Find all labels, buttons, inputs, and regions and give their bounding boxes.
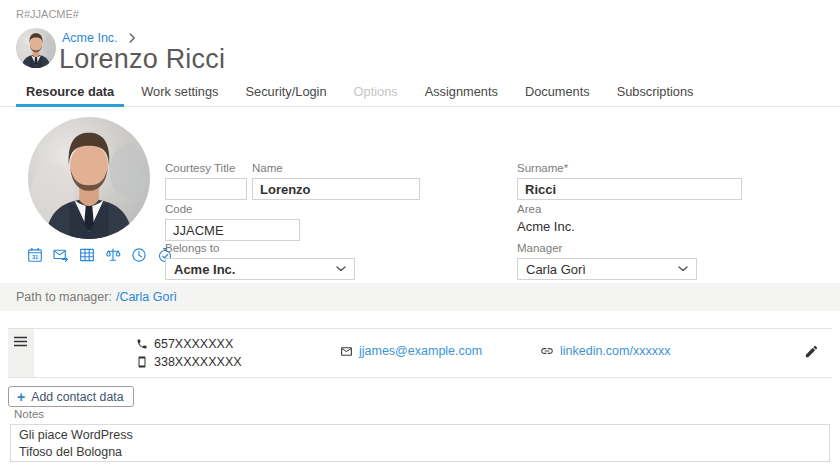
path-to-manager-label: Path to manager: <box>16 290 112 304</box>
hamburger-icon <box>14 336 27 347</box>
courtesy-title-field: Courtesy Title <box>165 162 247 200</box>
pencil-icon <box>804 344 819 359</box>
scales-icon[interactable] <box>105 247 121 263</box>
page-title: Lorenzo Ricci <box>59 44 225 75</box>
belongs-to-select[interactable]: Acme Inc. <box>165 258 355 280</box>
path-to-manager-bar: Path to manager: /Carla Gorì <box>0 283 840 311</box>
tab-work-settings[interactable]: Work settings <box>131 79 228 106</box>
profile-photo[interactable] <box>28 117 150 239</box>
manager-field: Manager Carla Gorì <box>517 242 697 280</box>
breadcrumb: Acme Inc. <box>62 31 136 45</box>
area-value: Acme Inc. <box>517 219 717 234</box>
portrait-photo-large <box>28 117 150 239</box>
phone-group: 657XXXXXXX 338XXXXXXXX <box>136 335 242 371</box>
resource-detail-page: R#JJACME# Acme Inc. Lorenzo Ricci Resour… <box>0 0 840 470</box>
name-label: Name <box>252 162 420 175</box>
mail-icon <box>340 345 353 358</box>
clock-icon[interactable] <box>131 247 147 263</box>
code-field: Code JJACME <box>165 203 300 241</box>
add-contact-button[interactable]: + Add contact data <box>8 386 134 407</box>
tab-documents[interactable]: Documents <box>515 79 600 106</box>
breadcrumb-link[interactable]: Acme Inc. <box>62 31 118 45</box>
courtesy-title-input[interactable] <box>165 178 247 200</box>
calendar-icon[interactable]: 31 <box>27 247 43 263</box>
surname-field: Surname* Ricci <box>517 162 742 200</box>
name-field: Name Lorenzo <box>252 162 420 200</box>
drag-handle[interactable] <box>8 329 34 377</box>
tab-security-login[interactable]: Security/Login <box>235 79 336 106</box>
quick-action-bar: 31 <box>27 247 173 263</box>
record-id: R#JJACME# <box>16 8 79 20</box>
tab-assignments[interactable]: Assignments <box>415 79 508 106</box>
notes-textarea[interactable]: Gli piace WordPress Tifoso del Bologna <box>10 424 830 462</box>
add-contact-label: Add contact data <box>31 390 123 404</box>
mail-forward-icon[interactable] <box>53 247 69 263</box>
surname-input[interactable]: Ricci <box>517 178 742 200</box>
email-link[interactable]: jjames@example.com <box>359 344 482 358</box>
plus-icon: + <box>17 390 25 404</box>
tab-options: Options <box>344 79 408 106</box>
belongs-to-value: Acme Inc. <box>174 262 235 277</box>
area-label: Area <box>517 203 717 216</box>
mobile-value: 338XXXXXXXX <box>154 355 242 369</box>
tab-subscriptions[interactable]: Subscriptions <box>607 79 704 106</box>
belongs-to-label: Belongs to <box>165 242 355 255</box>
table-icon[interactable] <box>79 247 95 263</box>
website-item: linkedin.com/xxxxxx <box>540 344 670 358</box>
portrait-photo-small <box>16 28 56 68</box>
website-link[interactable]: linkedin.com/xxxxxx <box>560 344 670 358</box>
code-input[interactable]: JJACME <box>165 219 300 241</box>
manager-label: Manager <box>517 242 697 255</box>
manager-select[interactable]: Carla Gorì <box>517 258 697 280</box>
chevron-down-icon <box>336 266 346 272</box>
notes-label: Notes <box>14 408 44 420</box>
contact-data-row: 657XXXXXXX 338XXXXXXXX jjames@example.co… <box>8 328 832 378</box>
belongs-to-field: Belongs to Acme Inc. <box>165 242 355 280</box>
chevron-down-icon <box>678 266 688 272</box>
header-avatar <box>16 28 56 68</box>
link-icon <box>540 344 554 358</box>
tab-bar: Resource data Work settings Security/Log… <box>0 82 840 107</box>
tab-resource-data[interactable]: Resource data <box>16 79 124 106</box>
name-input[interactable]: Lorenzo <box>252 178 420 200</box>
courtesy-title-label: Courtesy Title <box>165 162 247 175</box>
svg-text:31: 31 <box>32 254 38 260</box>
manager-value: Carla Gorì <box>526 262 586 277</box>
mobile-icon <box>136 356 148 368</box>
code-label: Code <box>165 203 300 216</box>
area-field: Area Acme Inc. <box>517 203 717 234</box>
email-item: jjames@example.com <box>340 344 482 358</box>
phone-value: 657XXXXXXX <box>154 337 233 351</box>
chevron-right-icon <box>129 33 136 43</box>
path-to-manager-link[interactable]: /Carla Gorì <box>116 290 177 304</box>
phone-icon <box>136 338 148 350</box>
surname-label: Surname* <box>517 162 742 175</box>
edit-contact-button[interactable] <box>802 342 820 360</box>
